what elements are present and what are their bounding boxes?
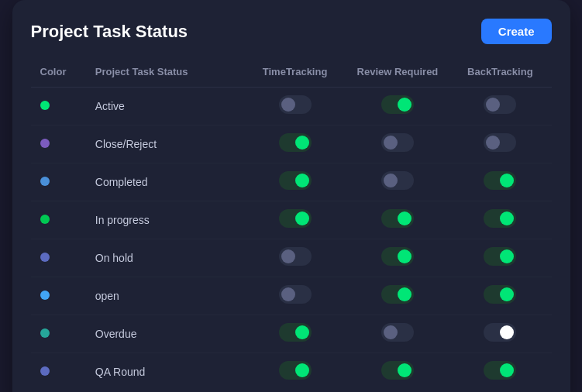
toggle-backtracking[interactable] bbox=[484, 323, 516, 342]
toggle-cell-reviewrequired bbox=[346, 201, 449, 239]
table-row: Overdue bbox=[31, 315, 552, 353]
toggle-knob bbox=[295, 136, 309, 150]
toggle-reviewrequired[interactable] bbox=[381, 285, 414, 304]
toggle-cell-backtracking bbox=[449, 126, 551, 163]
toggle-knob bbox=[281, 98, 295, 112]
toggle-knob bbox=[295, 363, 309, 377]
toggle-knob bbox=[500, 325, 514, 339]
toggle-backtracking[interactable] bbox=[484, 133, 516, 152]
color-cell bbox=[31, 277, 86, 315]
task-name: Overdue bbox=[95, 328, 137, 340]
page-title: Project Task Status bbox=[31, 22, 188, 42]
color-cell bbox=[31, 239, 86, 277]
create-button[interactable]: Create bbox=[481, 19, 552, 44]
toggle-backtracking[interactable] bbox=[484, 247, 516, 266]
table-row: open bbox=[31, 277, 552, 315]
task-name: On hold bbox=[95, 252, 133, 264]
col-header-timetracking: TimeTracking bbox=[243, 60, 346, 88]
toggle-knob bbox=[486, 136, 500, 150]
task-name-cell: On hold bbox=[86, 239, 244, 277]
toggle-timetracking[interactable] bbox=[279, 209, 312, 228]
toggle-knob bbox=[384, 174, 398, 187]
task-name-cell: Completed bbox=[86, 163, 244, 201]
project-task-status-card: Project Task Status Create Color Project… bbox=[12, 0, 570, 392]
toggle-knob bbox=[398, 249, 412, 263]
status-dot bbox=[40, 177, 50, 186]
toggle-knob bbox=[384, 325, 398, 339]
status-dot bbox=[40, 139, 50, 148]
toggle-knob bbox=[398, 211, 412, 225]
toggle-cell-reviewrequired bbox=[346, 163, 449, 201]
toggle-cell-backtracking bbox=[449, 88, 551, 126]
col-header-backtracking: BackTracking bbox=[449, 60, 551, 88]
toggle-knob bbox=[295, 211, 309, 225]
toggle-backtracking[interactable] bbox=[484, 285, 516, 304]
table-row: On hold bbox=[31, 239, 552, 277]
toggle-cell-timetracking bbox=[243, 163, 346, 201]
color-cell bbox=[31, 126, 86, 163]
task-name: QA Round bbox=[95, 366, 146, 378]
task-name: Active bbox=[95, 100, 125, 112]
toggle-cell-timetracking bbox=[243, 277, 346, 315]
toggle-reviewrequired[interactable] bbox=[381, 209, 414, 228]
table-row: QA Round bbox=[31, 353, 552, 391]
toggle-cell-reviewrequired bbox=[346, 88, 449, 126]
toggle-reviewrequired[interactable] bbox=[381, 247, 414, 266]
toggle-reviewrequired[interactable] bbox=[381, 361, 414, 380]
toggle-timetracking[interactable] bbox=[279, 247, 312, 266]
task-name-cell: QA Round bbox=[86, 353, 244, 391]
status-dot bbox=[40, 101, 50, 110]
task-status-table: Color Project Task Status TimeTracking R… bbox=[31, 60, 552, 390]
toggle-backtracking[interactable] bbox=[484, 171, 516, 190]
toggle-knob bbox=[500, 249, 514, 263]
task-name-cell: open bbox=[86, 277, 244, 315]
col-header-color: Color bbox=[31, 60, 86, 88]
task-name: In progress bbox=[95, 214, 150, 226]
toggle-reviewrequired[interactable] bbox=[381, 171, 414, 190]
toggle-cell-timetracking bbox=[243, 315, 346, 353]
toggle-timetracking[interactable] bbox=[279, 361, 312, 380]
toggle-knob bbox=[398, 287, 412, 301]
toggle-knob bbox=[384, 136, 398, 150]
toggle-cell-reviewrequired bbox=[346, 315, 449, 353]
col-header-status: Project Task Status bbox=[86, 60, 244, 88]
toggle-timetracking[interactable] bbox=[279, 285, 312, 304]
toggle-backtracking[interactable] bbox=[484, 361, 516, 380]
toggle-knob bbox=[500, 287, 514, 301]
toggle-reviewrequired[interactable] bbox=[381, 323, 414, 342]
toggle-knob bbox=[398, 363, 412, 377]
toggle-cell-backtracking bbox=[449, 239, 551, 277]
color-cell bbox=[31, 88, 86, 126]
color-cell bbox=[31, 353, 86, 391]
status-dot bbox=[40, 366, 50, 376]
toggle-knob bbox=[398, 98, 412, 112]
status-dot bbox=[40, 328, 50, 338]
toggle-timetracking[interactable] bbox=[279, 133, 312, 152]
toggle-cell-reviewrequired bbox=[346, 277, 449, 315]
task-name-cell: Close/Reject bbox=[86, 126, 244, 163]
toggle-backtracking[interactable] bbox=[484, 209, 516, 228]
status-dot bbox=[40, 253, 50, 262]
toggle-knob bbox=[295, 325, 309, 339]
toggle-cell-reviewrequired bbox=[346, 239, 449, 277]
toggle-cell-backtracking bbox=[449, 277, 551, 315]
toggle-timetracking[interactable] bbox=[279, 323, 312, 342]
table-row: Active bbox=[31, 88, 552, 126]
task-name-cell: Overdue bbox=[86, 315, 244, 353]
task-name: Close/Reject bbox=[95, 138, 157, 150]
toggle-timetracking[interactable] bbox=[279, 171, 312, 190]
toggle-timetracking[interactable] bbox=[279, 95, 312, 114]
color-cell bbox=[31, 163, 86, 201]
task-name-cell: In progress bbox=[86, 201, 244, 239]
color-cell bbox=[31, 201, 86, 239]
toggle-knob bbox=[500, 211, 514, 225]
color-cell bbox=[31, 315, 86, 353]
toggle-backtracking[interactable] bbox=[484, 95, 516, 114]
toggle-cell-timetracking bbox=[243, 239, 346, 277]
toggle-reviewrequired[interactable] bbox=[381, 133, 414, 152]
toggle-reviewrequired[interactable] bbox=[381, 95, 414, 114]
toggle-cell-timetracking bbox=[243, 353, 346, 391]
toggle-knob bbox=[281, 287, 295, 301]
table-row: In progress bbox=[31, 201, 552, 239]
card-header: Project Task Status Create bbox=[31, 19, 552, 44]
